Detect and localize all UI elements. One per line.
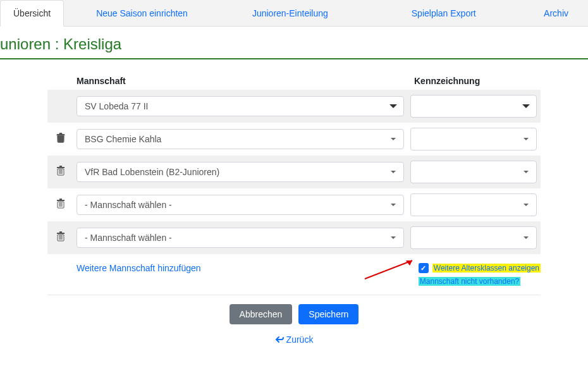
svg-rect-19 [57,233,64,234]
svg-rect-7 [57,167,64,168]
svg-rect-20 [59,231,62,233]
table-row: VfR Bad Lobenstein (B2-Junioren) [47,156,541,188]
arrow-annotation [362,257,419,282]
tab-spielplan[interactable]: Spielplan Export [398,0,489,26]
svg-rect-2 [59,133,62,134]
svg-marker-25 [406,260,412,266]
tab-juniors[interactable]: Junioren-Einteilung [239,0,341,26]
svg-rect-13 [57,200,64,201]
back-icon [275,336,284,343]
tab-new-season[interactable]: Neue Saison einrichten [83,0,201,26]
trash-icon[interactable] [56,199,65,211]
show-ageclasses-checkbox[interactable]: ✓ [419,263,429,273]
trash-icon[interactable] [56,166,65,178]
header-kenn: Kennzeichnung [414,76,541,86]
kenn-select[interactable] [410,161,537,183]
team-select[interactable]: BSG Chemie Kahla [77,129,404,149]
table-row: - Mannschaft wählen - [47,221,541,254]
svg-line-24 [365,260,412,279]
table-row: SV Lobeda 77 II [47,90,541,123]
team-select[interactable]: - Mannschaft wählen - [77,228,404,248]
kenn-select[interactable] [410,95,537,118]
back-link[interactable]: Zurück [47,328,541,351]
tab-overview[interactable]: Übersicht [0,0,64,27]
table-row: - Mannschaft wählen - [47,188,541,221]
team-missing-link[interactable]: Mannschaft nicht vorhanden? [419,277,520,286]
svg-rect-14 [59,199,62,200]
back-label: Zurück [286,334,314,345]
table-header: Mannschaft Kennzeichnung [47,72,541,90]
trash-icon[interactable] [56,133,65,145]
add-team-link[interactable]: Weitere Mannschaft hinzufügen [77,263,201,286]
team-select[interactable]: SV Lobeda 77 II [77,96,404,116]
team-select[interactable]: - Mannschaft wählen - [77,195,404,215]
svg-rect-8 [59,166,62,167]
add-team-row: Weitere Mannschaft hinzufügen ✓ Weitere … [47,254,541,295]
kenn-select[interactable] [410,193,537,216]
tab-archive[interactable]: Archiv [530,0,582,26]
save-button[interactable]: Speichern [298,304,358,324]
team-select[interactable]: VfR Bad Lobenstein (B2-Junioren) [77,162,404,182]
kenn-select[interactable] [410,226,537,249]
show-ageclasses-label: Weitere Altersklassen anzeigen [432,264,541,273]
table-row: BSG Chemie Kahla [47,123,541,156]
tab-bar: Übersicht Neue Saison einrichten Juniore… [0,0,588,27]
cancel-button[interactable]: Abbrechen [230,304,293,324]
trash-icon[interactable] [56,231,65,244]
kenn-select[interactable] [410,128,537,150]
header-team: Mannschaft [73,76,414,86]
svg-rect-1 [57,134,64,135]
page-title: unioren : Kreisliga [0,27,588,59]
